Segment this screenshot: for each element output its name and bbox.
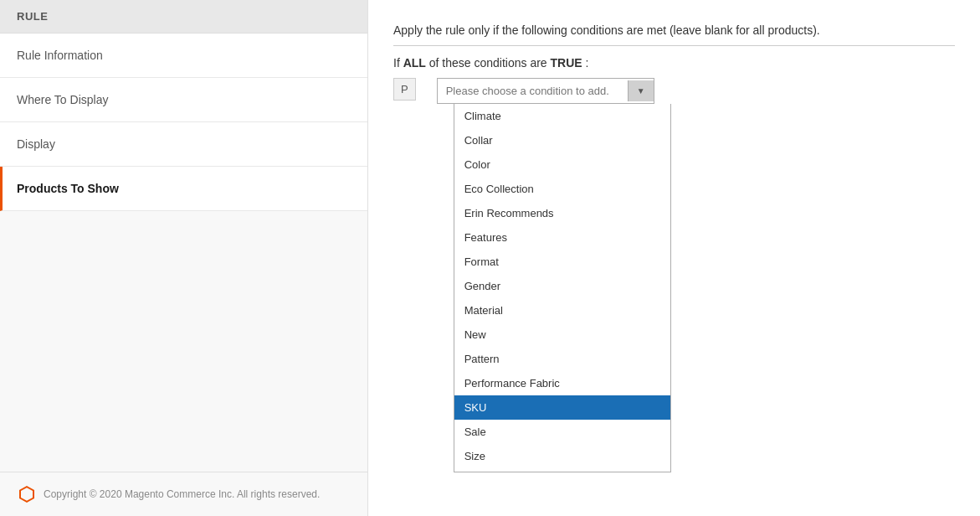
of-these-label: of these conditions are <box>426 56 551 70</box>
sidebar-footer: Copyright © 2020 Magento Commerce Inc. A… <box>0 472 367 516</box>
select-container[interactable] <box>437 78 654 104</box>
sidebar: RULE Rule InformationWhere To DisplayDis… <box>0 0 368 516</box>
sidebar-item-where-to-display[interactable]: Where To Display <box>0 78 367 122</box>
dropdown-item-pattern[interactable]: Pattern <box>454 347 670 371</box>
dropdown-item-climate[interactable]: Climate <box>454 104 670 128</box>
dropdown-item-material[interactable]: Material <box>454 298 670 322</box>
condition-indent: ClimateCollarColorEco CollectionErin Rec… <box>420 78 654 104</box>
dropdown-item-sku[interactable]: SKU <box>454 395 670 420</box>
condition-small-btn[interactable]: P <box>393 78 416 101</box>
dropdown-item-features[interactable]: Features <box>454 225 670 250</box>
true-label: TRUE <box>551 56 582 70</box>
dropdown-container: ClimateCollarColorEco CollectionErin Rec… <box>437 78 654 104</box>
dropdown-item-gender[interactable]: Gender <box>454 274 670 298</box>
condition-header: Apply the rule only if the following con… <box>393 23 955 46</box>
dropdown-item-new[interactable]: New <box>454 322 670 347</box>
sidebar-header: RULE <box>0 0 367 34</box>
if-label: If <box>393 56 403 70</box>
dropdown-item-sleeve[interactable]: Sleeve <box>454 468 670 472</box>
dropdown-item-eco-collection[interactable]: Eco Collection <box>454 177 670 201</box>
dropdown-item-size[interactable]: Size <box>454 444 670 468</box>
condition-subheader: If ALL of these conditions are TRUE : <box>393 56 955 70</box>
dropdown-item-performance-fabric[interactable]: Performance Fabric <box>454 371 670 395</box>
dropdown-item-erin-recommends[interactable]: Erin Recommends <box>454 201 670 225</box>
sidebar-nav: Rule InformationWhere To DisplayDisplayP… <box>0 34 367 472</box>
sidebar-item-display[interactable]: Display <box>0 122 367 167</box>
sidebar-item-rule-information[interactable]: Rule Information <box>0 34 367 78</box>
all-label: ALL <box>403 56 426 70</box>
footer-copyright: Copyright © 2020 Magento Commerce Inc. A… <box>44 488 320 500</box>
condition-row: P ClimateCollarColorEco CollectionErin R… <box>393 78 955 104</box>
main-content: Apply the rule only if the following con… <box>368 0 980 516</box>
dropdown-list: ClimateCollarColorEco CollectionErin Rec… <box>454 104 671 472</box>
sidebar-item-products-to-show[interactable]: Products To Show <box>0 167 367 211</box>
dropdown-item-format[interactable]: Format <box>454 250 670 274</box>
select-arrow-btn[interactable] <box>628 80 654 101</box>
condition-select-input[interactable] <box>438 79 628 103</box>
magento-icon <box>17 484 37 504</box>
condition-header-text: Apply the rule only if the following con… <box>393 23 820 37</box>
colon-label: : <box>582 56 589 70</box>
dropdown-item-sale[interactable]: Sale <box>454 420 670 444</box>
dropdown-item-color[interactable]: Color <box>454 152 670 177</box>
dropdown-item-collar[interactable]: Collar <box>454 128 670 152</box>
